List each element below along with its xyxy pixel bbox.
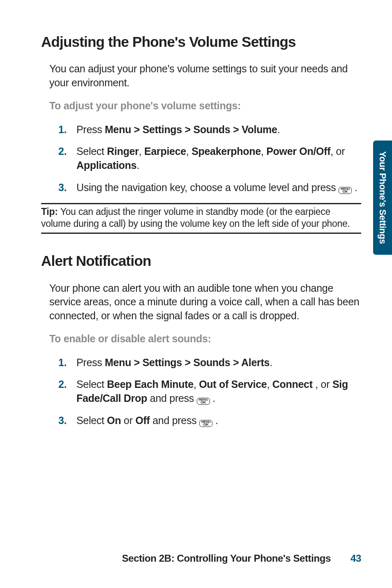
list-item: 2. Select Ringer, Earpiece, Speakerphone… [58,145,361,173]
instr-alert: To enable or disable alert sounds: [49,332,361,346]
step-text: Select Beep Each Minute, Out of Service,… [76,378,361,406]
step-text: Using the navigation key, choose a volum… [76,181,361,195]
step-number: 2. [58,378,76,392]
menu-ok-icon: MENUOK [339,187,352,194]
heading-alert: Alert Notification [41,251,361,270]
menu-ok-icon: MENUOK [199,420,212,427]
list-item: 3. Select On or Off and press MENUOK . [58,414,361,428]
list-item: 1. Press Menu > Settings > Sounds > Aler… [58,356,361,370]
step-number: 3. [58,181,76,195]
step-number: 2. [58,145,76,159]
steps-alert: 1. Press Menu > Settings > Sounds > Aler… [49,356,361,428]
footer-section: Section 2B: Controlling Your Phone's Set… [122,552,331,565]
list-item: 1. Press Menu > Settings > Sounds > Volu… [58,123,361,137]
page-footer: Section 2B: Controlling Your Phone's Set… [0,552,392,565]
side-tab-label: Your Phone's Settings [376,151,389,244]
heading-volume: Adjusting the Phone's Volume Settings [41,32,361,51]
step-text: Select Ringer, Earpiece, Speakerphone, P… [76,145,361,173]
side-tab: Your Phone's Settings [373,141,392,255]
step-number: 1. [58,123,76,137]
step-text: Press Menu > Settings > Sounds > Volume. [76,123,361,137]
instr-volume: To adjust your phone's volume settings: [49,99,361,113]
divider [41,233,361,234]
steps-volume: 1. Press Menu > Settings > Sounds > Volu… [49,123,361,195]
step-text: Select On or Off and press MENUOK . [76,414,361,428]
step-number: 3. [58,414,76,428]
step-number: 1. [58,356,76,370]
tip-text: Tip: You can adjust the ringer volume in… [41,205,361,231]
menu-ok-icon: MENUOK [197,398,210,405]
intro-volume: You can adjust your phone's volume setti… [49,62,361,90]
list-item: 2. Select Beep Each Minute, Out of Servi… [58,378,361,406]
footer-page: 43 [350,552,361,565]
step-text: Press Menu > Settings > Sounds > Alerts. [76,356,361,370]
intro-alert: Your phone can alert you with an audible… [49,281,361,323]
list-item: 3. Using the navigation key, choose a vo… [58,181,361,195]
divider [41,203,361,204]
